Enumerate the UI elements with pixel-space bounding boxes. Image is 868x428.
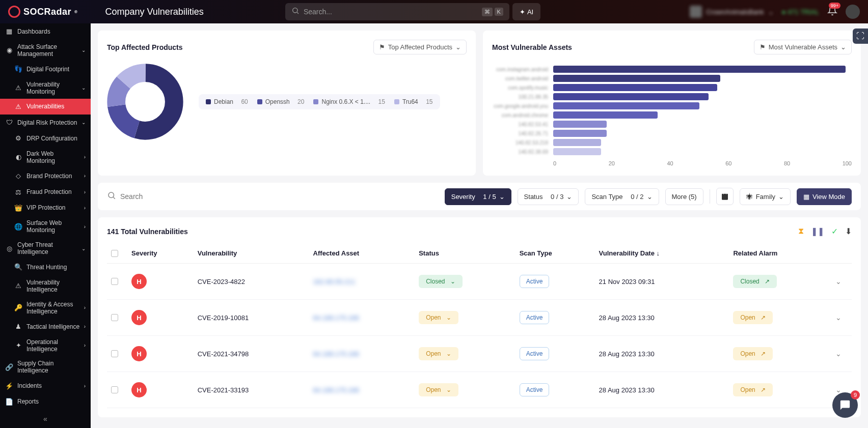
status-chip[interactable]: Open ⌄: [419, 311, 458, 324]
nav-label: Vulnerabilities: [26, 103, 64, 110]
sidebar-item-vulnerability-intelligence[interactable]: ⚠Vulnerability Intelligence: [0, 275, 91, 297]
global-search[interactable]: ⌘ K: [285, 3, 509, 20]
legend-item: Debian 60: [206, 98, 248, 105]
sparkle-icon: ✦: [520, 8, 525, 16]
vuln-date: 28 Aug 2023 13:30: [595, 300, 729, 336]
severity-filter[interactable]: Severity 1 / 5 ⌄: [445, 188, 511, 205]
asset-link[interactable]: 64.189.175.166: [313, 386, 359, 394]
sidebar-item-vulnerability-monitoring[interactable]: ⚠Vulnerability Monitoring⌄: [0, 77, 91, 99]
expand-button[interactable]: ⛶: [853, 28, 868, 44]
col-vulnerability[interactable]: Vulnerability: [194, 243, 309, 264]
nav-icon: 🌐: [14, 222, 22, 231]
row-checkbox[interactable]: [111, 314, 118, 321]
expand-row-button[interactable]: ⌄: [835, 277, 842, 286]
avatar[interactable]: [846, 5, 860, 19]
more-filter[interactable]: More (5): [665, 188, 703, 205]
chat-button[interactable]: 9: [832, 392, 858, 418]
alarm-chip[interactable]: Open ↗: [733, 383, 772, 396]
chevron-down-icon: ⌄: [499, 193, 505, 201]
hourglass-icon[interactable]: ⧗: [798, 226, 804, 236]
col-status[interactable]: Status: [415, 243, 515, 264]
download-icon[interactable]: ⬇: [845, 226, 852, 236]
sidebar-item-vip-protection[interactable]: 👑VIP Protection›: [0, 200, 91, 216]
nav-icon: ◉: [5, 46, 13, 54]
date-filter[interactable]: [716, 188, 734, 205]
bar-row: com.google.android.you: [492, 102, 852, 109]
ai-button[interactable]: ✦ AI: [512, 3, 540, 20]
sidebar-item-vulnerabilities[interactable]: ⚠Vulnerabilities: [0, 99, 91, 115]
nav-icon: ⚠: [14, 282, 22, 290]
family-filter[interactable]: 🕷 Family ⌄: [740, 188, 791, 205]
sidebar-item-drp-configuration[interactable]: ⚙DRP Configuration: [0, 130, 91, 146]
select-all-checkbox[interactable]: [111, 250, 118, 257]
nav-label: Identity & Access Intelligence: [26, 301, 80, 315]
nav-icon: ⚖: [14, 188, 22, 196]
trial-status[interactable]: ● 471 TRIAL: [782, 8, 819, 16]
row-checkbox[interactable]: [111, 350, 118, 357]
col-vulnerability-date[interactable]: Vulnerability Date ↓: [595, 243, 729, 264]
sidebar-item-fraud-protection[interactable]: ⚖Fraud Protection›: [0, 184, 91, 200]
col-affected-asset[interactable]: Affected Asset: [309, 243, 415, 264]
org-selector[interactable]: CrownAnimalsBank ⌄: [690, 6, 773, 18]
bar-row: com.twitter.android: [492, 75, 852, 82]
sidebar-item-cyber-threat-intelligence[interactable]: ◎Cyber Threat Intelligence⌄: [0, 238, 91, 260]
global-search-input[interactable]: [304, 8, 480, 16]
logo[interactable]: SOCRadar®: [8, 6, 77, 18]
nav-label: Digital Footprint: [26, 66, 69, 73]
row-checkbox[interactable]: [111, 278, 118, 285]
expand-row-button[interactable]: ⌄: [835, 313, 842, 322]
asset-link[interactable]: 64.189.175.166: [313, 350, 359, 358]
status-chip[interactable]: Closed ⌄: [419, 275, 462, 288]
sidebar-item-digital-footprint[interactable]: 👣Digital Footprint: [0, 61, 91, 77]
nav-icon: ⚡: [5, 382, 13, 390]
sidebar-item-threat-hunting[interactable]: 🔍Threat Hunting: [0, 259, 91, 275]
top-products-dropdown[interactable]: ⚑ Top Affected Products ⌄: [373, 40, 467, 54]
view-mode-button[interactable]: ▦ View Mode: [797, 188, 852, 205]
check-icon[interactable]: ✓: [831, 226, 838, 236]
vulnerable-assets-dropdown[interactable]: ⚑ Most Vulnerable Assets ⌄: [754, 40, 852, 54]
sidebar-item-incidents[interactable]: ⚡Incidents›: [0, 378, 91, 394]
collapse-sidebar-button[interactable]: «: [0, 410, 91, 428]
status-chip[interactable]: Open ⌄: [419, 383, 458, 396]
alarm-chip[interactable]: Open ↗: [733, 311, 772, 324]
nav-icon: 👣: [14, 65, 22, 73]
table-total-label: 141 Total Vulnerabilities: [107, 227, 188, 236]
top-products-card: Top Affected Products ⚑ Top Affected Pro…: [98, 31, 476, 176]
nav-label: Cyber Threat Intelligence: [17, 241, 77, 255]
col-related-alarm[interactable]: Related Alarm: [729, 243, 831, 264]
sidebar-item-identity-access-intelligence[interactable]: 🔑Identity & Access Intelligence›: [0, 297, 91, 319]
vuln-id[interactable]: CVE-2023-4822: [194, 264, 309, 300]
chevron-right-icon: ›: [84, 189, 86, 195]
vuln-id[interactable]: CVE-2021-33193: [194, 372, 309, 408]
col-scan-type[interactable]: Scan Type: [516, 243, 595, 264]
expand-row-button[interactable]: ⌄: [835, 350, 842, 358]
col-severity[interactable]: Severity: [127, 243, 194, 264]
sidebar-item-supply-chain-intelligence[interactable]: 🔗Supply Chain Intelligence: [0, 356, 91, 378]
nav-icon: 👑: [14, 204, 22, 212]
alarm-chip[interactable]: Open ↗: [733, 347, 772, 360]
asset-link[interactable]: 64.189.175.166: [313, 314, 359, 322]
sidebar-item-dark-web-monitoring[interactable]: ◐Dark Web Monitoring›: [0, 147, 91, 168]
severity-badge: H: [131, 346, 147, 361]
sidebar-item-brand-protection[interactable]: ◇Brand Protection›: [0, 168, 91, 184]
sidebar-item-digital-risk-protection[interactable]: 🛡Digital Risk Protection⌄: [0, 115, 91, 130]
nav-icon: 🛡: [5, 119, 13, 127]
notifications-button[interactable]: 99+: [827, 6, 837, 18]
row-checkbox[interactable]: [111, 386, 118, 393]
asset-link[interactable]: 162.80.55.211: [313, 278, 356, 286]
vuln-id[interactable]: CVE-2021-34798: [194, 336, 309, 372]
scantype-filter[interactable]: Scan Type 0 / 2 ⌄: [585, 188, 659, 205]
status-chip[interactable]: Open ⌄: [419, 347, 458, 360]
sidebar-item-attack-surface-management[interactable]: ◉Attack Surface Management⌄: [0, 39, 91, 61]
chevron-right-icon: ›: [84, 305, 86, 310]
sidebar-item-tactical-intelligence[interactable]: ♟Tactical Intelligence›: [0, 319, 91, 334]
sidebar-item-surface-web-monitoring[interactable]: 🌐Surface Web Monitoring›: [0, 216, 91, 238]
pause-icon[interactable]: ❚❚: [811, 226, 824, 236]
sidebar-item-reports[interactable]: 📄Reports: [0, 394, 91, 410]
alarm-chip[interactable]: Closed ↗: [733, 275, 776, 288]
status-filter[interactable]: Status 0 / 3 ⌄: [518, 188, 579, 205]
sidebar-item-operational-intelligence[interactable]: ✦Operational Intelligence›: [0, 334, 91, 356]
sidebar-item-dashboards[interactable]: ▦Dashboards: [0, 23, 91, 39]
table-search-input[interactable]: [120, 192, 222, 201]
vuln-id[interactable]: CVE-2019-10081: [194, 300, 309, 336]
